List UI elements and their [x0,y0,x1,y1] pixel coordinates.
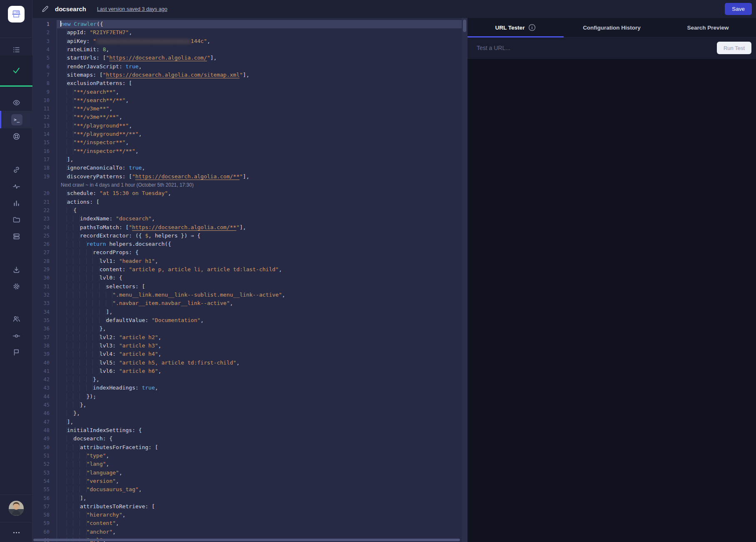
gear-icon[interactable] [0,278,32,295]
tab-configuration-history[interactable]: Configuration History [564,18,660,37]
code-line[interactable]: 30 lvl0: { [32,274,462,282]
code-line[interactable]: 31 selectors: [ [32,282,462,291]
code-line[interactable]: 1new Crawler({ [32,20,462,28]
code-line[interactable]: 59 "content", [32,519,462,527]
code-line[interactable]: 27 recordProps: { [32,248,462,257]
more-icon[interactable] [0,524,32,541]
code-line[interactable]: 40 lvl5: "article h5, article td:first-c… [32,359,462,367]
url-input[interactable] [477,45,717,51]
tab-url-tester[interactable]: URL Tester [468,18,564,37]
code-line[interactable]: 50 attributesForFaceting: [ [32,443,462,452]
code-lines: 1new Crawler({2 appId: "R2IYF7ETH7",3 ap… [32,20,462,542]
bar-chart-icon[interactable] [0,195,32,211]
code-line[interactable]: 47 ], [32,418,462,426]
info-icon[interactable] [528,24,536,31]
page-title: docsearch [55,5,86,12]
code-line[interactable]: 35 defaultValue: "Documentation", [32,316,462,325]
link-icon[interactable] [0,161,32,178]
code-line[interactable]: 22 { [32,206,462,215]
code-line[interactable]: 29 content: "article p, article li, arti… [32,265,462,274]
code-line[interactable]: 44 }); [32,392,462,401]
url-tester-results-area [468,59,756,542]
pulse-icon[interactable] [0,178,32,195]
server-icon[interactable] [0,228,32,245]
commit-icon[interactable] [0,327,32,344]
code-line[interactable]: 8 exclusionPatterns: [ [32,79,462,87]
users-icon[interactable] [0,310,32,327]
code-line[interactable]: 26 return helpers.docsearch({ [32,240,462,248]
code-line[interactable]: 34 ], [32,308,462,316]
vertical-scrollbar[interactable] [462,18,468,542]
code-line[interactable]: 13 "**/playground**", [32,122,462,130]
code-line[interactable]: 36 }, [32,325,462,333]
code-line[interactable]: 54 "version", [32,477,462,485]
code-line[interactable]: 3 apiKey: "xxxxxxxxxxxxxxxxxxxxxxxxxxxxx… [32,37,462,45]
code-line[interactable]: 4 rateLimit: 8, [32,45,462,54]
code-editor[interactable]: 1new Crawler({2 appId: "R2IYF7ETH7",3 ap… [32,18,468,542]
code-line[interactable]: 42 }, [32,375,462,384]
url-tester-row: Run Test [468,37,756,59]
avatar[interactable] [9,501,24,516]
code-line[interactable]: 5 startUrls: ["https://docsearch.algolia… [32,54,462,62]
code-line[interactable]: 17 ], [32,155,462,164]
code-line[interactable]: 38 lvl3: "article h3", [32,342,462,350]
code-line[interactable]: 53 "language", [32,469,462,477]
code-line[interactable]: 51 "type", [32,452,462,460]
horizontal-scrollbar[interactable] [33,539,460,541]
code-line[interactable]: 60 "anchor", [32,528,462,536]
edit-pencil-icon[interactable] [42,5,49,12]
code-line[interactable]: 15 "**/inspector**", [32,138,462,147]
folder-icon[interactable] [0,211,32,228]
lifebuoy-icon[interactable] [0,128,32,145]
save-button[interactable]: Save [725,3,752,15]
code-line[interactable]: 56 ], [32,494,462,502]
run-test-button[interactable]: Run Test [717,42,751,54]
sidebar-divider [0,522,32,522]
right-panel: URL Tester Configuration History Search … [468,18,756,542]
sidebar-divider [0,37,32,38]
code-line[interactable]: 9 "**/search**", [32,88,462,96]
code-line[interactable]: 45 }, [32,401,462,409]
code-line[interactable]: 49 docsearch: { [32,435,462,443]
code-line[interactable]: 2 appId: "R2IYF7ETH7", [32,28,462,37]
code-line[interactable]: 21 actions: [ [32,198,462,206]
code-line[interactable]: 19 discoveryPatterns: ["https://docsearc… [32,172,462,181]
flag-icon[interactable] [0,344,32,360]
code-line[interactable]: 32 ".menu__link.menu__link--sublist.menu… [32,291,462,299]
tab-search-preview[interactable]: Search Preview [660,18,756,37]
code-line[interactable]: 28 lvl1: "header h1", [32,257,462,265]
tab-label: Search Preview [687,25,729,31]
code-line[interactable]: 58 "hierarchy", [32,511,462,519]
download-icon[interactable] [0,261,32,278]
code-line[interactable]: 37 lvl2: "article h2", [32,333,462,342]
code-line[interactable]: 14 "**/playground**/**", [32,130,462,138]
code-line[interactable]: 10 "**/search**/**", [32,96,462,105]
code-line[interactable]: 57 attributesToRetrieve: [ [32,502,462,511]
code-line[interactable]: 46 }, [32,409,462,417]
code-line[interactable]: 52 "lang", [32,460,462,468]
eye-icon[interactable] [0,94,32,111]
code-line[interactable]: 55 "docusaurus_tag", [32,485,462,494]
code-line[interactable]: 7 sitemaps: ["https://docsearch.algolia.… [32,71,462,79]
code-line[interactable]: 11 "**/v3me**", [32,105,462,113]
terminal-icon[interactable]: >_ [0,111,32,128]
code-line[interactable]: 23 indexName: "docsearch", [32,215,462,223]
code-line[interactable]: 25 recordExtractor: ({ $, helpers }) ⇒ { [32,232,462,240]
last-saved-link[interactable]: Last version saved 3 days ago [97,6,167,12]
code-line[interactable]: 48 initialIndexSettings: { [32,426,462,435]
code-line[interactable]: 41 lvl6: "article h6", [32,367,462,375]
next-crawl-annotation-row[interactable]: Next crawl ~ in 4 days and 1 hour (Octob… [32,181,462,189]
tab-label: URL Tester [495,25,525,31]
code-line[interactable]: 33 ".navbar__item.navbar__link--active", [32,299,462,307]
code-line[interactable]: 12 "**/v3me**/**", [32,113,462,121]
code-line[interactable]: 6 renderJavaScript: true, [32,62,462,71]
check-icon[interactable] [0,55,32,85]
vertical-scrollbar-thumb[interactable] [463,20,466,32]
code-line[interactable]: 16 "**/inspector**/**", [32,147,462,155]
crawler-logo-icon[interactable] [8,6,25,22]
code-line[interactable]: 39 lvl4: "article h4", [32,350,462,358]
code-line[interactable]: 18 ignoreCanonicalTo: true, [32,164,462,172]
code-line[interactable]: 20 schedule: "at 15:30 on Tuesday", [32,189,462,197]
code-line[interactable]: 43 indexHeadings: true, [32,384,462,392]
code-line[interactable]: 24 pathsToMatch: ["https://docsearch.alg… [32,223,462,232]
